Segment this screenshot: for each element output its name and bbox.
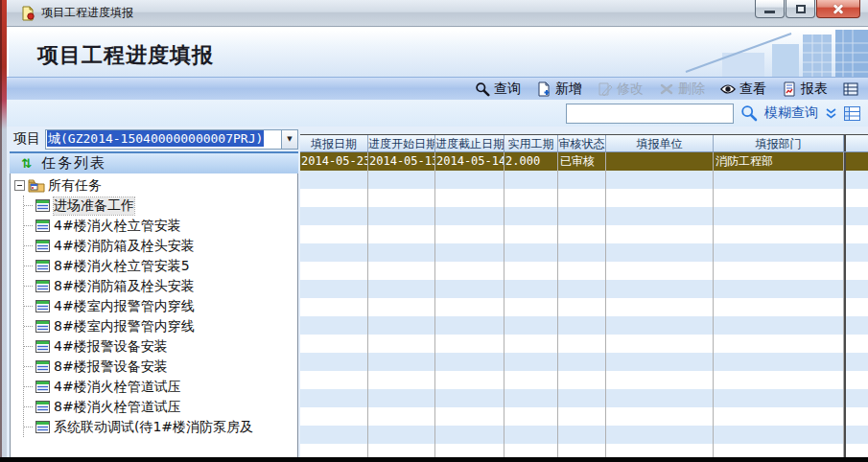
task-icon <box>35 421 50 433</box>
table-row-selected[interactable]: 2014-05-23 2014-05-13 2014-05-14 2.000 已… <box>300 152 868 171</box>
task-icon <box>35 320 50 333</box>
tree-item[interactable]: 4#楼消火栓管道试压 <box>24 377 297 397</box>
column-header[interactable]: 进度截止日期 <box>435 135 504 151</box>
delete-label: 删除 <box>678 81 705 98</box>
table-cell <box>714 316 844 335</box>
add-label: 新增 <box>555 81 582 98</box>
column-header[interactable]: 填报日期 <box>300 135 368 151</box>
fuzzy-query-label[interactable]: 模糊查询 <box>764 104 818 122</box>
task-label: 4#楼消火栓管道试压 <box>54 379 181 396</box>
tasklist-title: 任务列表 <box>41 154 106 173</box>
table-cell <box>606 371 714 389</box>
table-cell <box>714 207 844 225</box>
table-row[interactable] <box>300 189 868 207</box>
tree-item[interactable]: 4#楼室内报警管内穿线 <box>24 296 297 316</box>
table-header: 填报日期 进度开始日期 进度截止日期 实用工期 审核状态 填报单位 填报部门 <box>300 134 868 152</box>
tree-item[interactable]: 8#楼消防箱及栓头安装 <box>24 276 297 296</box>
cell-unit <box>606 152 714 171</box>
table-row[interactable] <box>300 389 868 407</box>
view-button[interactable]: 查看 <box>720 81 766 98</box>
table-cell <box>844 298 868 316</box>
table-cell <box>558 316 606 335</box>
table-row[interactable] <box>300 280 868 298</box>
table-row[interactable] <box>300 298 868 316</box>
table-cell <box>606 389 714 407</box>
table-cell <box>558 353 606 371</box>
new-document-icon <box>536 81 551 97</box>
fuzzy-search-icon[interactable] <box>740 104 758 122</box>
table-row[interactable] <box>300 243 868 262</box>
report-button[interactable]: 报表 <box>782 81 828 98</box>
table-cell <box>368 371 435 389</box>
table-cell <box>558 389 606 407</box>
tree-root[interactable]: 所有任务 <box>14 175 297 196</box>
table-cell <box>504 225 558 243</box>
modify-button[interactable]: 修改 <box>598 81 644 98</box>
table-cell <box>368 225 435 243</box>
filter-input[interactable] <box>566 104 734 124</box>
combo-dropdown-icon[interactable]: ▼ <box>281 130 297 149</box>
table-row[interactable] <box>300 371 868 389</box>
page-title: 项目工程进度填报 <box>37 41 214 70</box>
table-cell <box>368 189 435 207</box>
column-header[interactable]: 进度开始日期 <box>368 135 435 151</box>
table-row[interactable] <box>300 262 868 280</box>
table-row[interactable] <box>300 225 868 243</box>
collapse-expander-icon[interactable] <box>14 180 25 191</box>
tree-item[interactable]: 4#楼报警设备安装 <box>24 336 297 357</box>
table-row[interactable] <box>300 335 868 353</box>
table-cell <box>844 389 868 407</box>
table-cell <box>300 353 368 371</box>
cell-end-date: 2014-05-14 <box>435 152 504 171</box>
table-cell <box>368 389 435 407</box>
maximize-button[interactable] <box>786 0 815 18</box>
table-cell <box>300 207 368 225</box>
tree-item[interactable]: 4#楼消火栓立管安装 <box>24 216 297 236</box>
tree-item[interactable]: 进场准备工作 <box>24 196 297 216</box>
tree-item[interactable]: 8#楼消火栓管道试压 <box>24 397 297 417</box>
list-view-icon[interactable] <box>843 81 858 97</box>
table-cell <box>714 298 844 316</box>
table-row[interactable] <box>300 353 868 371</box>
tree-item[interactable]: 4#楼消防箱及栓头安装 <box>24 236 297 256</box>
table-row[interactable] <box>300 407 868 426</box>
column-header[interactable]: 审核状态 <box>558 135 606 151</box>
table-row[interactable] <box>300 316 868 335</box>
table-cell <box>844 171 868 189</box>
delete-button[interactable]: 删除 <box>659 81 705 98</box>
close-button[interactable] <box>816 0 860 18</box>
table-row[interactable] <box>300 207 868 225</box>
minimize-icon <box>764 11 775 13</box>
table-cell <box>435 262 504 280</box>
view-label: 查看 <box>739 81 766 98</box>
table-cell <box>504 171 558 189</box>
table-cell <box>300 298 368 316</box>
minimize-button[interactable] <box>755 0 785 18</box>
chevron-double-down-icon[interactable] <box>825 107 837 120</box>
refresh-icon[interactable]: ⇅ <box>21 157 32 170</box>
report-icon <box>782 81 797 97</box>
progress-table-panel: 填报日期 进度开始日期 进度截止日期 实用工期 审核状态 填报单位 填报部门 2… <box>300 127 868 462</box>
table-cell <box>714 243 844 262</box>
tree-item[interactable]: 8#楼报警设备安装 <box>24 357 297 377</box>
project-select[interactable]: 城(GZ2014-150400000000007PRJ) ▼ <box>45 129 298 150</box>
add-button[interactable]: 新增 <box>536 81 582 98</box>
table-cell <box>504 353 558 371</box>
table-row[interactable] <box>300 171 868 189</box>
search-icon <box>475 81 490 97</box>
tree-item[interactable]: 系统联动调试(待1#楼消防泵房及 <box>24 417 297 437</box>
query-button[interactable]: 查询 <box>475 81 521 98</box>
titlebar: 项目工程进度填报 <box>7 0 868 27</box>
grid-view-icon[interactable] <box>844 106 860 121</box>
table-row[interactable] <box>300 426 868 444</box>
column-header[interactable]: 实用工期 <box>504 135 558 151</box>
table-cell <box>300 243 368 262</box>
table-cell <box>435 316 504 335</box>
tree-item[interactable]: 8#楼消火栓立管安装5 <box>24 256 297 276</box>
task-icon <box>35 260 50 272</box>
tree-item[interactable]: 8#楼室内报警管内穿线 <box>24 316 297 336</box>
column-header[interactable]: 填报单位 <box>606 135 714 151</box>
column-header[interactable]: 填报部门 <box>714 135 844 151</box>
table-cell <box>714 389 844 407</box>
task-icon <box>35 300 50 312</box>
